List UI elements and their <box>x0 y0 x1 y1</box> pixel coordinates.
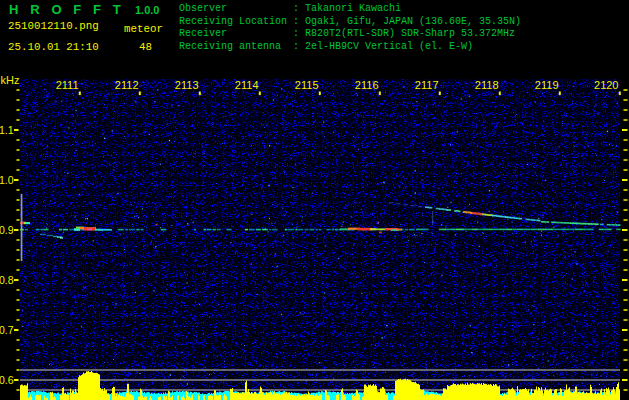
svg-text:1.1: 1.1 <box>0 124 14 136</box>
svg-text:0.6: 0.6 <box>0 374 14 386</box>
svg-text:25.10.01 21:10: 25.10.01 21:10 <box>8 41 99 53</box>
svg-text:2117: 2117 <box>415 79 439 91</box>
svg-text:2120: 2120 <box>594 79 618 91</box>
svg-text:2116: 2116 <box>355 79 379 91</box>
svg-text:1.0.0: 1.0.0 <box>135 4 159 16</box>
svg-text:Receiving antenna : 2el-HB9CV: Receiving antenna : 2el-HB9CV Vertical (… <box>179 41 473 52</box>
svg-text:Receiver : R820T2(RT: Receiver : R820T2(RTL-SDR) SDR-Sharp 53.… <box>179 28 515 39</box>
svg-text:HROFFT: HROFFT <box>9 2 133 17</box>
svg-text:kHz: kHz <box>1 74 20 86</box>
svg-text:2113: 2113 <box>175 79 199 91</box>
svg-text:2118: 2118 <box>475 79 499 91</box>
svg-text:2115: 2115 <box>295 79 319 91</box>
svg-text:0.7: 0.7 <box>0 324 14 336</box>
svg-text:0.8: 0.8 <box>0 274 14 286</box>
svg-text:48: 48 <box>139 41 152 53</box>
svg-text:1.0: 1.0 <box>0 174 14 186</box>
svg-text:meteor: meteor <box>124 23 163 35</box>
svg-text:2114: 2114 <box>235 79 259 91</box>
svg-text:2119: 2119 <box>535 79 559 91</box>
svg-text:0.9: 0.9 <box>0 224 14 236</box>
svg-text:Receiving Location : Ogaki, Gi: Receiving Location : Ogaki, Gifu, JAPAN … <box>179 16 521 27</box>
svg-text:2112: 2112 <box>115 79 139 91</box>
svg-text:2510012110.png: 2510012110.png <box>8 20 99 32</box>
svg-text:2111: 2111 <box>56 79 79 91</box>
svg-text:Observer : Takanori: Observer : Takanori Kawachi <box>179 3 401 14</box>
